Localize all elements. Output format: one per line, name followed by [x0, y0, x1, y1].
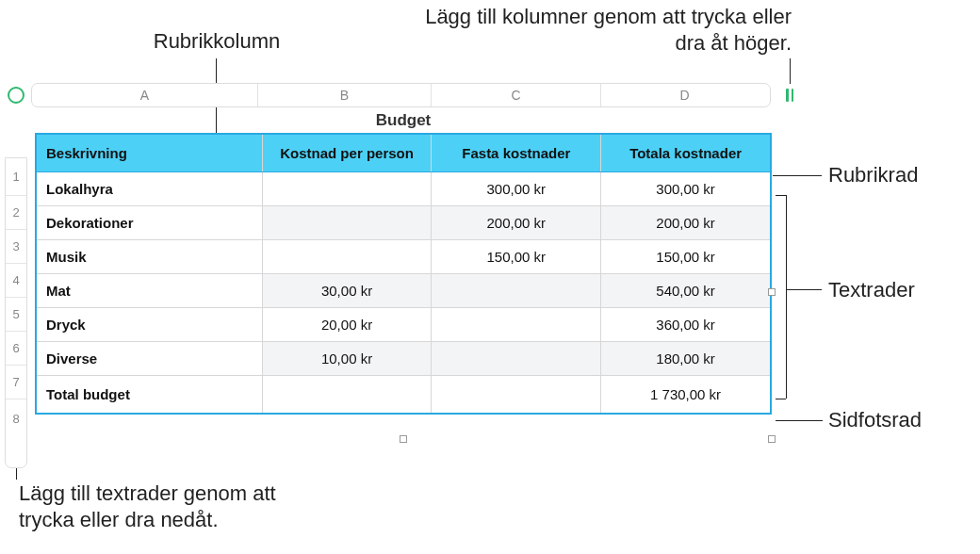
- header-cell[interactable]: Kostnad per person: [262, 135, 432, 172]
- cell-label[interactable]: Mat: [37, 274, 263, 308]
- table-origin-handle[interactable]: [8, 87, 24, 104]
- selection-handle[interactable]: [400, 435, 407, 443]
- footer-value[interactable]: [432, 376, 601, 414]
- cell-value[interactable]: [262, 172, 432, 206]
- callout-add-columns: Lägg till kolumner genom att trycka elle…: [424, 4, 792, 56]
- row-number[interactable]: 5: [6, 298, 26, 332]
- callout-rubrikrad: Rubrikrad: [828, 162, 918, 188]
- footer-value[interactable]: [262, 376, 432, 414]
- table-row[interactable]: Diverse 10,00 kr 180,00 kr: [37, 342, 771, 376]
- cell-value[interactable]: [432, 342, 601, 376]
- cell-value[interactable]: 540,00 kr: [601, 274, 771, 308]
- table-row[interactable]: Musik 150,00 kr 150,00 kr: [37, 240, 771, 274]
- add-column-handle[interactable]: [780, 86, 799, 105]
- cell-value[interactable]: [262, 206, 432, 240]
- row-number[interactable]: 1: [6, 158, 26, 196]
- table-title[interactable]: Budget: [36, 111, 771, 130]
- header-row[interactable]: Beskrivning Kostnad per person Fasta kos…: [37, 135, 771, 172]
- callout-line: [786, 289, 822, 290]
- footer-label[interactable]: Total budget: [37, 376, 263, 414]
- column-ruler[interactable]: A B C D: [31, 83, 771, 107]
- selection-handle[interactable]: [768, 435, 776, 443]
- callout-bracket-tick: [776, 399, 786, 399]
- table-row[interactable]: Mat 30,00 kr 540,00 kr: [37, 274, 771, 308]
- cell-value[interactable]: 360,00 kr: [601, 308, 771, 342]
- callout-add-rows: Lägg till textrader genom att trycka ell…: [19, 481, 330, 532]
- cell-label[interactable]: Dryck: [37, 308, 263, 342]
- callout-sidfotsrad: Sidfotsrad: [828, 407, 922, 433]
- callout-line: [776, 420, 823, 421]
- cell-label[interactable]: Musik: [37, 240, 263, 274]
- budget-table[interactable]: Beskrivning Kostnad per person Fasta kos…: [36, 134, 771, 414]
- row-number[interactable]: 8: [6, 399, 26, 437]
- cell-value[interactable]: [432, 308, 601, 342]
- cell-value[interactable]: 200,00 kr: [601, 206, 771, 240]
- row-number[interactable]: 6: [6, 332, 26, 366]
- cell-value[interactable]: 20,00 kr: [262, 308, 432, 342]
- column-letter[interactable]: B: [258, 84, 432, 106]
- callout-bracket-tick: [776, 195, 786, 196]
- callout-textrader: Textrader: [828, 277, 915, 303]
- cell-value[interactable]: 300,00 kr: [601, 172, 771, 206]
- cell-value[interactable]: [262, 240, 432, 274]
- row-number[interactable]: 2: [6, 196, 26, 230]
- cell-value[interactable]: 200,00 kr: [432, 206, 601, 240]
- cell-label[interactable]: Diverse: [37, 342, 263, 376]
- cell-value[interactable]: 180,00 kr: [601, 342, 771, 376]
- footer-row[interactable]: Total budget 1 730,00 kr: [37, 376, 771, 414]
- column-letter[interactable]: D: [601, 84, 768, 106]
- cell-value[interactable]: 30,00 kr: [262, 274, 432, 308]
- callout-bracket-v: [786, 195, 787, 399]
- row-number[interactable]: 3: [6, 230, 26, 264]
- table-row[interactable]: Dryck 20,00 kr 360,00 kr: [37, 308, 771, 342]
- cell-value[interactable]: 10,00 kr: [262, 342, 432, 376]
- callout-line: [773, 175, 822, 176]
- footer-total[interactable]: 1 730,00 kr: [601, 376, 771, 414]
- header-cell[interactable]: Fasta kostnader: [432, 135, 601, 172]
- column-letter[interactable]: A: [32, 84, 258, 106]
- cell-value[interactable]: 150,00 kr: [432, 240, 601, 274]
- cell-value[interactable]: 150,00 kr: [601, 240, 771, 274]
- row-number[interactable]: 4: [6, 264, 26, 298]
- selection-handle[interactable]: [768, 288, 776, 296]
- column-letter[interactable]: C: [432, 84, 601, 106]
- row-ruler[interactable]: 1 2 3 4 5 6 7 8: [5, 157, 27, 468]
- table-row[interactable]: Dekorationer 200,00 kr 200,00 kr: [37, 206, 771, 240]
- cell-value[interactable]: [432, 274, 601, 308]
- row-number[interactable]: 7: [6, 366, 26, 399]
- budget-table-wrapper: Budget Beskrivning Kostnad per person Fa…: [36, 134, 771, 414]
- drag-bars-icon: [786, 89, 792, 102]
- callout-line: [790, 58, 791, 84]
- cell-value[interactable]: 300,00 kr: [432, 172, 601, 206]
- callout-rubrikkolumn: Rubrikkolumn: [141, 28, 292, 55]
- cell-label[interactable]: Lokalhyra: [37, 172, 263, 206]
- table-row[interactable]: Lokalhyra 300,00 kr 300,00 kr: [37, 172, 771, 206]
- header-cell[interactable]: Beskrivning: [37, 135, 263, 172]
- cell-label[interactable]: Dekorationer: [37, 206, 263, 240]
- header-cell[interactable]: Totala kostnader: [601, 135, 771, 172]
